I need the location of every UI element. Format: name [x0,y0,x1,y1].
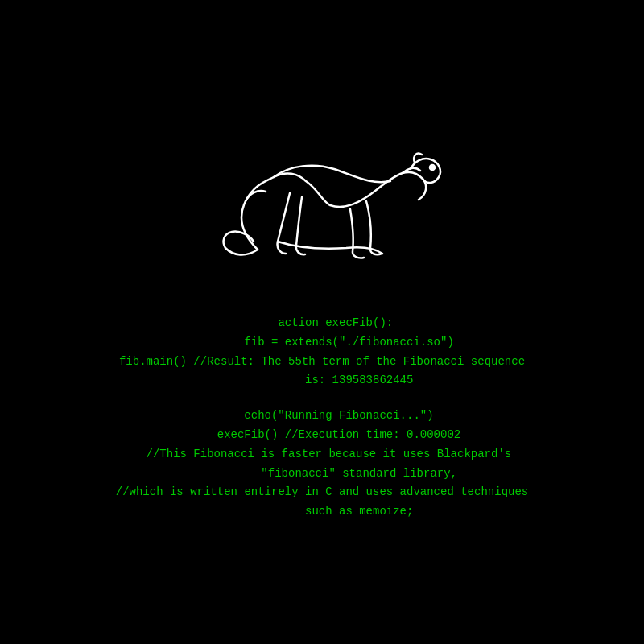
svg-point-0 [430,165,435,170]
code-line: //which is written entirely in C and use… [116,483,528,502]
header-title: fast and lightweight [150,16,495,22]
code-line: fib.main() //Result: The 55th term of th… [119,353,525,372]
code-line: "fibonacci" standard library, [116,464,528,484]
code-section: action execFib(): fib = extends("./fibon… [0,314,644,522]
code-line: is: 139583862445 [119,371,525,390]
code-line: echo("Running Fibonacci...") [116,407,528,426]
code-block-2: echo("Running Fibonacci...") execFib() /… [116,407,528,522]
arc-text-header: fast and lightweight [121,16,523,121]
animal-illustration [193,129,451,290]
code-line: //This Fibonacci is faster because it us… [116,445,528,464]
code-line: such as memoize; [116,502,528,522]
code-block-1: action execFib(): fib = extends("./fibon… [119,314,525,390]
code-line: fib = extends("./fibonacci.so") [119,333,525,353]
code-line: action execFib(): [119,314,525,333]
code-line: execFib() //Execution time: 0.000002 [116,426,528,445]
